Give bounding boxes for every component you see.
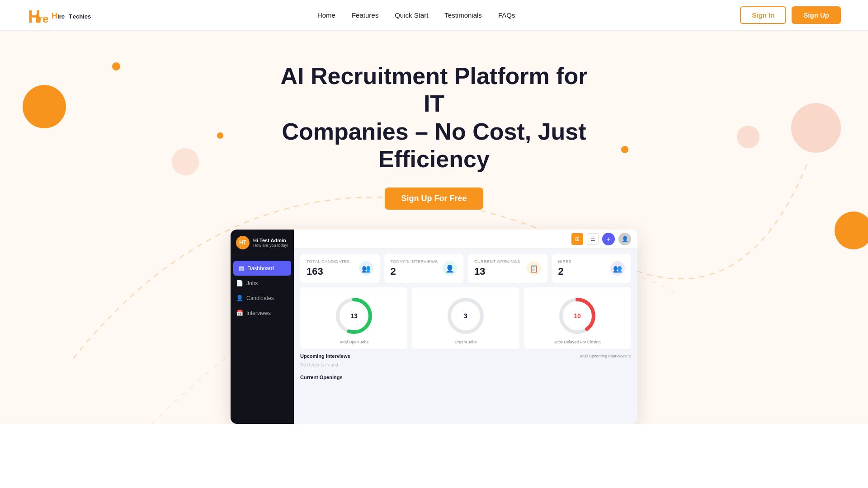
add-button[interactable]: + (602, 233, 615, 245)
svg-text:T: T (69, 13, 72, 19)
nav-actions: Sign In Sign Up (740, 6, 841, 24)
dashboard-icon: ▦ (239, 265, 244, 272)
deco-pink-med (172, 148, 199, 175)
svg-text:H: H (52, 11, 57, 20)
chart-delayed-jobs: 10 Jobs Delayed For Closing (524, 287, 631, 349)
interviews-icon: 📅 (236, 310, 243, 316)
jobs-icon: 📄 (236, 280, 243, 286)
upcoming-title: Upcoming Interviews (300, 353, 350, 359)
dashboard-main: ⊞ ☰ + 👤 TOTAL CANDIDATES 163 👥 TODAY'S I… (294, 230, 637, 424)
current-openings-section: Current Openings (294, 373, 637, 380)
sidebar-item-interviews[interactable]: 📅 Interviews (231, 305, 294, 320)
dashboard-sidebar: HT Hi Test Admin How are you today! ▦ Da… (231, 230, 294, 424)
donut-delayed-jobs: 10 (557, 296, 598, 336)
hero-title: AI Recruitment Platform for IT Companies… (276, 62, 592, 173)
charts-row: 13 Total Open Jobs 3 Urgent Jobs (294, 287, 637, 353)
deco-orange-right (835, 211, 868, 249)
sidebar-avatar: HT (236, 236, 250, 249)
dashboard-topbar: ⊞ ☰ + 👤 (294, 230, 637, 249)
signup-button[interactable]: Sign Up (792, 6, 841, 24)
stat-icon-candidates: 👥 (359, 261, 373, 276)
upcoming-meta: Total Upcoming Interviews: 0 (579, 354, 631, 358)
stat-value-interviews: 2 (391, 266, 438, 277)
nav-features[interactable]: Features (352, 11, 378, 19)
stats-row: TOTAL CANDIDATES 163 👥 TODAY'S INTERVIEW… (294, 249, 637, 287)
chart-label-urgent-jobs: Urgent Jobs (455, 340, 477, 344)
signin-button[interactable]: Sign In (740, 6, 786, 24)
user-avatar[interactable]: 👤 (618, 233, 631, 245)
no-records-label: No Records Found (300, 361, 631, 369)
upcoming-header: Upcoming Interviews Total Upcoming Inter… (300, 353, 631, 359)
nav-testimonials[interactable]: Testimonials (444, 11, 482, 19)
svg-text:10: 10 (574, 312, 581, 319)
logo-text-icon: H ire T echies (52, 7, 92, 23)
sidebar-item-dashboard[interactable]: ▦ Dashboard (233, 261, 291, 276)
deco-pink-small (737, 126, 760, 148)
svg-text:ire: ire (57, 13, 65, 19)
candidates-icon: 👤 (236, 295, 243, 301)
nav-quickstart[interactable]: Quick Start (395, 11, 428, 19)
chart-label-total-jobs: Total Open Jobs (339, 340, 368, 344)
greeting-sub: How are you today! (253, 243, 288, 248)
upcoming-interviews-section: Upcoming Interviews Total Upcoming Inter… (294, 353, 637, 373)
stat-icon-hires: 👥 (610, 261, 625, 276)
stat-current-openings: CURRENT OPENINGS 13 📋 (468, 254, 547, 283)
deco-pink-large (791, 103, 841, 153)
stat-icon-interviews: 👤 (443, 261, 457, 276)
sidebar-header: HT Hi Test Admin How are you today! (231, 230, 294, 256)
stat-label-candidates: TOTAL CANDIDATES (307, 259, 350, 264)
stat-todays-interviews: TODAY'S INTERVIEWS 2 👤 (384, 254, 464, 283)
sidebar-nav: ▦ Dashboard 📄 Jobs 👤 Candidates 📅 Interv… (231, 256, 294, 325)
grid-view-button[interactable]: ⊞ (571, 233, 583, 245)
stat-label-hires: HIRES (558, 259, 572, 264)
stat-value-openings: 13 (474, 266, 520, 277)
chart-label-delayed-jobs: Jobs Delayed For Closing (554, 340, 601, 344)
nav-links: Home Features Quick Start Testimonials F… (317, 11, 515, 19)
hero-section: AI Recruitment Platform for IT Companies… (0, 31, 868, 424)
greeting-hi: Hi Test Admin (253, 238, 288, 243)
svg-text:3: 3 (464, 312, 467, 319)
cta-button[interactable]: Sign Up For Free (385, 188, 483, 210)
deco-dot-1 (112, 62, 120, 70)
navbar: H ire H ire T echies Home Features Quick… (0, 0, 868, 31)
stat-icon-openings: 📋 (527, 261, 541, 276)
logo[interactable]: H ire H ire T echies (27, 5, 92, 26)
svg-text:ire: ire (35, 13, 48, 25)
sidebar-item-jobs[interactable]: 📄 Jobs (231, 276, 294, 291)
sidebar-greeting: Hi Test Admin How are you today! (253, 238, 288, 248)
stat-value-candidates: 163 (307, 266, 350, 277)
list-view-button[interactable]: ☰ (587, 233, 599, 245)
stat-hires: HIRES 2 👥 (552, 254, 632, 283)
svg-text:13: 13 (350, 312, 358, 319)
stat-value-hires: 2 (558, 266, 572, 277)
hero-cta: Sign Up For Free (385, 188, 483, 210)
stat-label-openings: CURRENT OPENINGS (474, 259, 520, 264)
svg-text:echies: echies (73, 13, 91, 19)
stat-total-candidates: TOTAL CANDIDATES 163 👥 (300, 254, 380, 283)
deco-dot-3 (217, 132, 223, 139)
deco-circle-orange-large (23, 85, 66, 128)
stat-label-interviews: TODAY'S INTERVIEWS (391, 259, 438, 264)
nav-home[interactable]: Home (317, 11, 335, 19)
deco-dot-4 (621, 146, 628, 153)
chart-urgent-jobs: 3 Urgent Jobs (412, 287, 519, 349)
dashboard-preview: HT Hi Test Admin How are you today! ▦ Da… (231, 230, 637, 424)
donut-total-jobs: 13 (334, 296, 374, 336)
sidebar-item-candidates[interactable]: 👤 Candidates (231, 291, 294, 305)
chart-total-open-jobs: 13 Total Open Jobs (300, 287, 407, 349)
nav-faqs[interactable]: FAQs (498, 11, 515, 19)
donut-urgent-jobs: 3 (445, 296, 486, 336)
